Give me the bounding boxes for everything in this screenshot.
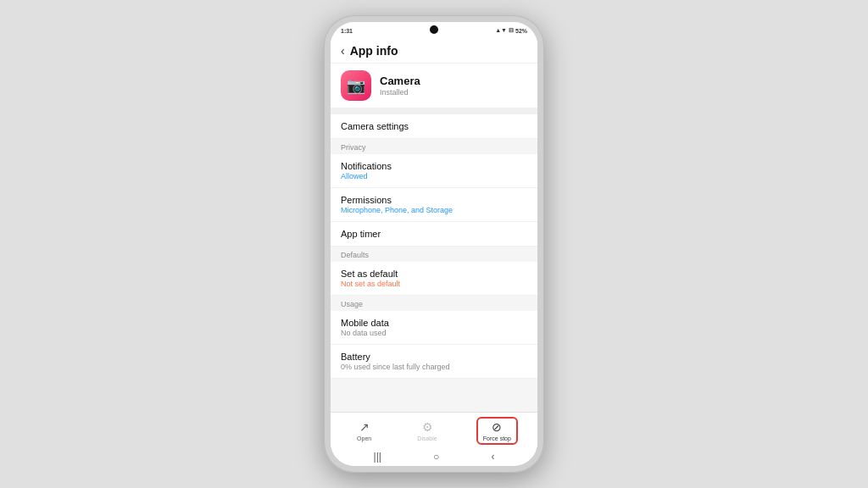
status-right: ▲▼ ⊟ 52% <box>495 27 527 34</box>
screen-content: ‹ App info 📷 Camera Installed Camera set… <box>331 37 537 447</box>
menu-item-permissions[interactable]: PermissionsMicrophone, Phone, and Storag… <box>331 188 537 222</box>
force_stop-icon: ⊘ <box>492 420 502 434</box>
menu-item-set-as-default[interactable]: Set as defaultNot set as default <box>331 262 537 296</box>
menu-item-title: Notifications <box>341 161 527 171</box>
menu-item-subtitle: 0% used since last fully charged <box>341 363 527 371</box>
menu-item-subtitle: Allowed <box>341 172 527 180</box>
app-icon: 📷 <box>341 70 371 101</box>
open-label: Open <box>357 435 371 441</box>
menu-item-title: Set as default <box>341 269 527 279</box>
status-bar: 1:31 ▲▼ ⊟ 52% <box>331 22 537 37</box>
menu-item-subtitle: Microphone, Phone, and Storage <box>341 206 527 214</box>
nav-home-icon[interactable]: ○ <box>433 451 439 463</box>
open-icon: ↗ <box>359 420 370 434</box>
nav-back-icon[interactable]: ‹ <box>491 451 494 463</box>
menu-list: Camera settingsPrivacyNotificationsAllow… <box>331 114 537 412</box>
menu-item-mobile-data[interactable]: Mobile dataNo data used <box>331 311 537 345</box>
section-header-defaults: Defaults <box>331 247 537 262</box>
menu-item-subtitle: Not set as default <box>341 280 527 288</box>
bottom-bar: ↗Open⚙Disable⊘Force stop <box>331 412 537 447</box>
app-info-block: 📷 Camera Installed <box>331 64 537 114</box>
camera-notch <box>430 25 438 34</box>
force_stop-label: Force stop <box>483 435 511 441</box>
section-header-usage: Usage <box>331 296 537 311</box>
status-time: 1:31 <box>341 28 353 34</box>
force_stop-button[interactable]: ⊘Force stop <box>476 417 518 445</box>
menu-item-app-timer[interactable]: App timer <box>331 222 537 247</box>
section-header-privacy: Privacy <box>331 139 537 154</box>
app-details: Camera Installed <box>380 75 420 97</box>
nav-bar: ||| ○ ‹ <box>331 447 537 466</box>
open-button[interactable]: ↗Open <box>350 418 378 444</box>
menu-item-subtitle: No data used <box>341 329 527 337</box>
menu-item-title: Permissions <box>341 195 527 205</box>
menu-item-title: Camera settings <box>341 121 527 131</box>
menu-item-title: Battery <box>341 352 527 362</box>
app-name: Camera <box>380 75 420 87</box>
phone-screen: 1:31 ▲▼ ⊟ 52% ‹ App info 📷 Camera In <box>331 22 537 466</box>
back-button[interactable]: ‹ <box>341 44 345 58</box>
battery-level: 52% <box>515 28 527 34</box>
page-title: App info <box>350 44 398 58</box>
phone-frame: 1:31 ▲▼ ⊟ 52% ‹ App info 📷 Camera In <box>324 15 544 473</box>
disable-icon: ⚙ <box>422 420 433 434</box>
disable-button: ⚙Disable <box>410 418 443 444</box>
signal-icon: ▲▼ ⊟ <box>495 27 514 34</box>
app-status: Installed <box>380 88 420 97</box>
menu-item-title: Mobile data <box>341 318 527 328</box>
menu-item-camera-settings[interactable]: Camera settings <box>331 114 537 139</box>
menu-item-battery[interactable]: Battery0% used since last fully charged <box>331 345 537 379</box>
disable-label: Disable <box>417 435 437 441</box>
menu-item-title: App timer <box>341 229 527 239</box>
nav-menu-icon[interactable]: ||| <box>374 451 381 463</box>
menu-item-notifications[interactable]: NotificationsAllowed <box>331 154 537 188</box>
camera-icon: 📷 <box>347 76 365 95</box>
header: ‹ App info <box>331 37 537 64</box>
